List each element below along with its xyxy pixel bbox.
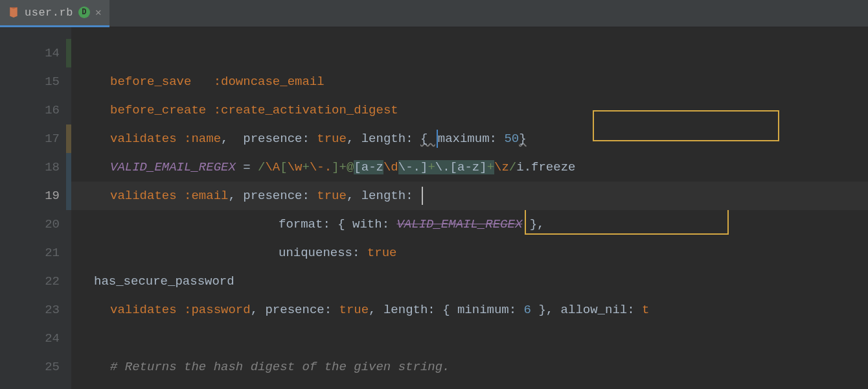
tab-filename: user.rb bbox=[25, 6, 73, 19]
code-line[interactable]: VALID_EMAIL_REGEX = /\A[\w+\-.]+@[a-z\d\… bbox=[71, 153, 868, 182]
code-line[interactable]: has_secure_password bbox=[71, 267, 868, 296]
code-line[interactable]: validates :email, presence: true, length… bbox=[71, 182, 868, 210]
code-line[interactable]: uniqueness: true bbox=[71, 239, 868, 267]
file-tab[interactable]: user.rb D ✕ bbox=[0, 0, 109, 27]
code-line[interactable]: # Returns the hash digest of the given s… bbox=[71, 353, 868, 381]
line-number[interactable]: 18 bbox=[0, 153, 71, 182]
line-number[interactable]: 23 bbox=[0, 296, 71, 324]
vcs-badge: D bbox=[78, 6, 90, 18]
code-area[interactable]: before_save :downcase_email before_creat… bbox=[71, 27, 868, 389]
code-line[interactable]: before_create :create_activation_digest bbox=[71, 96, 868, 124]
code-line[interactable]: validates :name, presence: true, length:… bbox=[71, 124, 868, 153]
ruby-file-icon bbox=[8, 6, 19, 18]
code-line[interactable] bbox=[71, 39, 868, 67]
close-tab-icon[interactable]: ✕ bbox=[95, 6, 102, 19]
code-line[interactable]: format: { with: VALID_EMAIL_REGEX }, bbox=[71, 210, 868, 239]
line-number[interactable]: 17 bbox=[0, 124, 71, 153]
line-number[interactable]: 21 bbox=[0, 239, 71, 267]
cursor-icon bbox=[422, 187, 423, 205]
code-line[interactable] bbox=[71, 324, 868, 353]
line-number[interactable]: 24 bbox=[0, 324, 71, 353]
line-number[interactable]: 22 bbox=[0, 267, 71, 296]
gutter: 14 15 16 17 18 19 20 21 22 23 24 25 bbox=[0, 27, 71, 389]
code-line[interactable]: before_save :downcase_email bbox=[71, 67, 868, 96]
tab-bar: user.rb D ✕ bbox=[0, 0, 868, 27]
line-number[interactable]: 20 bbox=[0, 210, 71, 239]
line-number[interactable]: 14 bbox=[0, 39, 71, 67]
line-number[interactable]: 19 bbox=[0, 182, 71, 210]
code-line[interactable]: validates :password, presence: true, len… bbox=[71, 296, 868, 324]
line-number[interactable]: 25 bbox=[0, 353, 71, 381]
editor: 14 15 16 17 18 19 20 21 22 23 24 25 befo… bbox=[0, 27, 868, 389]
line-number[interactable]: 16 bbox=[0, 96, 71, 124]
line-number[interactable]: 15 bbox=[0, 67, 71, 96]
